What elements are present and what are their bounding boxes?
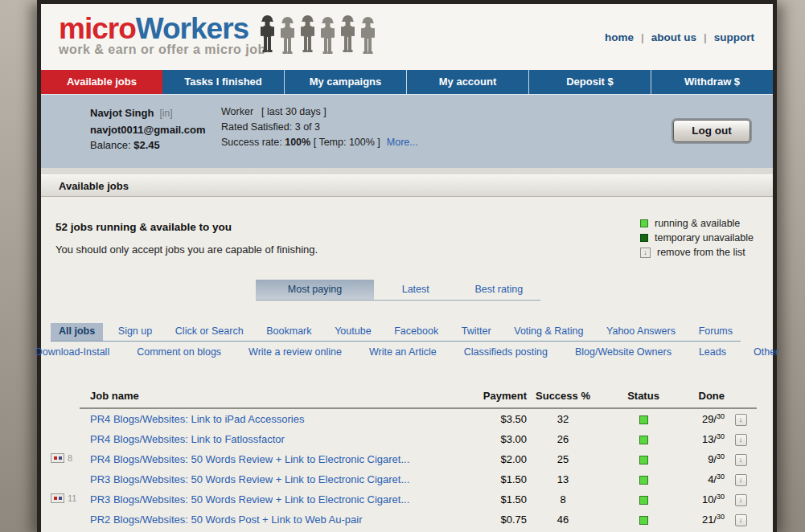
header-actions	[725, 390, 757, 402]
category-facebook[interactable]: Facebook	[386, 323, 446, 341]
category-youtube[interactable]: Youtube	[327, 323, 379, 341]
category-click-or-search[interactable]: Click or Search	[167, 323, 252, 341]
success-label: Success rate:	[221, 137, 282, 148]
legend-unavailable: temporary unavailable	[640, 232, 754, 243]
job-success: 13	[527, 473, 599, 485]
nav-tab-available-jobs[interactable]: Available jobs	[41, 70, 162, 94]
user-balance-line: Balance: $2.45	[90, 137, 205, 153]
header-payment: Payment	[454, 390, 527, 402]
header-link-about-us[interactable]: about us	[651, 31, 696, 43]
legend-running: running & available	[640, 218, 754, 229]
category-other[interactable]: Other	[754, 346, 778, 358]
header-link-support[interactable]: support	[714, 31, 754, 43]
legend-unavailable-label: temporary unavailable	[655, 232, 754, 243]
nav-tab-deposit[interactable]: Deposit $	[528, 70, 651, 94]
main-nav: Available jobs Tasks I finished My campa…	[41, 70, 773, 94]
comments-icon[interactable]	[51, 453, 64, 463]
category-comment-on-blogs[interactable]: Comment on blogs	[137, 346, 221, 358]
rated-line: Rated Satisfied: 3 of 3	[221, 120, 418, 135]
category-twitter[interactable]: Twitter	[454, 323, 499, 341]
remove-from-list-icon: ↓	[640, 248, 651, 258]
category-bookmark[interactable]: Bookmark	[258, 323, 319, 341]
category-blog-website-owners[interactable]: Blog/Website Owners	[575, 346, 672, 358]
nav-tab-my-campaigns[interactable]: My campaigns	[284, 70, 406, 94]
category-voting-rating[interactable]: Voting & Rating	[506, 323, 591, 341]
category-forums[interactable]: Forums	[691, 323, 741, 341]
legend-running-label: running & available	[655, 218, 740, 229]
logo-tagline: work & earn or offer a micro job	[59, 43, 266, 57]
running-status-icon	[639, 476, 648, 485]
header-status: Status	[599, 390, 688, 402]
job-link[interactable]: PR2 Blogs/Websites: 50 Words Post + Link…	[90, 514, 363, 526]
category-download-install[interactable]: Download-Install	[35, 346, 109, 358]
job-link[interactable]: PR3 Blogs/Websites: 50 Words Review + Li…	[90, 473, 409, 485]
header-link-home[interactable]: home	[605, 31, 634, 43]
job-success: 32	[527, 413, 599, 425]
jobs-table: Job name Payment Success % Status Done P…	[80, 390, 757, 530]
remove-job-button[interactable]: ↓	[735, 414, 747, 426]
page-title: Available jobs	[59, 180, 129, 192]
nav-tab-tasks-i-finished[interactable]: Tasks I finished	[162, 70, 284, 94]
content-area: 52 jobs running & available to you You s…	[41, 197, 773, 530]
legend-remove-label: remove from the list	[657, 247, 745, 258]
category-classifieds-posting[interactable]: Classifieds posting	[464, 346, 548, 358]
remove-job-button[interactable]: ↓	[735, 434, 747, 446]
category-all-jobs[interactable]: All jobs	[51, 323, 103, 341]
category-write-article[interactable]: Write an Article	[369, 346, 437, 358]
job-payment: $1.50	[454, 473, 527, 485]
header-success: Success %	[527, 390, 599, 402]
balance-value: $2.45	[133, 139, 160, 151]
table-row: 11 PR3 Blogs/Websites: 50 Words Review +…	[80, 489, 757, 509]
comments-badge[interactable]: 8	[51, 453, 72, 463]
job-payment: $3.50	[454, 413, 527, 425]
job-payment: $0.75	[454, 514, 527, 526]
balance-label: Balance:	[90, 139, 131, 151]
logo-workers: Workers	[136, 12, 248, 45]
remove-job-button[interactable]: ↓	[735, 514, 747, 526]
running-status-icon	[639, 456, 648, 464]
table-row: PR4 Blogs/Websites: Link to Fatlossfacto…	[80, 429, 757, 449]
nav-tab-withdraw[interactable]: Withdraw $	[651, 70, 773, 94]
divider-strip	[41, 168, 773, 174]
role-period: [ last 30 days ]	[261, 106, 327, 117]
table-header: Job name Payment Success % Status Done	[80, 390, 757, 409]
more-link[interactable]: More...	[387, 137, 418, 148]
running-status-icon	[639, 516, 648, 525]
link-separator: |	[704, 31, 707, 43]
comments-badge[interactable]: 11	[51, 493, 76, 503]
remove-job-button[interactable]: ↓	[735, 494, 747, 506]
job-link[interactable]: PR4 Blogs/Websites: Link to Fatlossfacto…	[90, 433, 285, 445]
running-status-icon	[639, 415, 648, 424]
job-done: 29/30	[688, 412, 725, 425]
sort-tab-latest[interactable]: Latest	[374, 280, 458, 300]
job-success: 25	[527, 453, 599, 465]
nav-tab-my-account[interactable]: My account	[406, 70, 528, 94]
job-done: 13/30	[688, 432, 725, 445]
remove-job-button[interactable]: ↓	[735, 454, 747, 466]
job-done: 4/30	[688, 473, 725, 485]
job-success: 8	[527, 493, 599, 505]
running-status-icon	[639, 496, 648, 505]
category-sign-up[interactable]: Sign up	[110, 323, 160, 341]
job-payment: $3.00	[454, 433, 527, 445]
category-yahoo-answers[interactable]: Yahoo Answers	[598, 323, 684, 341]
worker-period-line: Worker[ last 30 days ]	[221, 104, 418, 120]
job-link[interactable]: PR4 Blogs/Websites: 50 Words Review + Li…	[90, 453, 409, 465]
sort-tab-most-paying[interactable]: Most paying	[256, 280, 374, 300]
job-success: 26	[527, 433, 599, 445]
comments-icon[interactable]	[51, 493, 64, 503]
category-leads[interactable]: Leads	[699, 346, 726, 358]
job-done: 10/30	[688, 493, 725, 505]
site-logo[interactable]: microWorkers work & earn or offer a micr…	[59, 14, 266, 57]
header-job-name: Job name	[80, 390, 454, 402]
job-done: 21/30	[688, 513, 725, 526]
job-link[interactable]: PR3 Blogs/Websites: 50 Words Review + Li…	[90, 493, 409, 505]
success-value: 100%	[285, 137, 310, 148]
logout-button[interactable]: Log out	[673, 120, 750, 142]
header-links: home|about us|support	[599, 31, 760, 43]
job-success: 46	[527, 514, 599, 526]
job-link[interactable]: PR4 Blogs/Websites: Link to iPad Accesso…	[90, 413, 304, 425]
remove-job-button[interactable]: ↓	[735, 474, 747, 486]
sort-tab-best-rating[interactable]: Best rating	[458, 280, 541, 300]
category-write-review[interactable]: Write a review online	[248, 346, 342, 358]
